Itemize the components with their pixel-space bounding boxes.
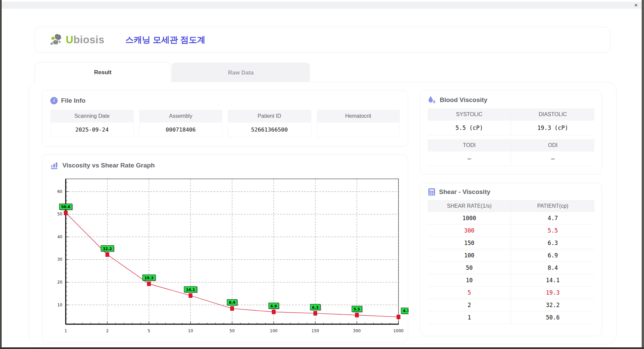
ubiosis-logo-icon: [50, 33, 64, 47]
window-close-button[interactable]: ×: [634, 2, 638, 9]
table-row: 1 50.6: [428, 311, 594, 324]
patient-cell: 6.9: [511, 249, 594, 262]
svg-text:40: 40: [57, 235, 62, 239]
todi-label: TODI: [428, 139, 511, 151]
shear-viscosity-table: SHEAR RATE(1/s) PATIENT(cp) 1000 4.7 300…: [420, 200, 602, 324]
svg-text:30: 30: [57, 257, 62, 262]
svg-text:50: 50: [57, 212, 62, 216]
shear-cell: 300: [428, 225, 511, 237]
svg-text:2: 2: [106, 329, 109, 333]
file-info-fields: Scanning Date 2025-09-24 Assembly 000718…: [42, 110, 408, 137]
patient-cell: 4.7: [511, 212, 594, 225]
table-row: 50 8.4: [428, 262, 594, 274]
col-shear-rate: SHEAR RATE(1/s): [428, 200, 511, 212]
table-row: 2 32.2: [428, 299, 594, 311]
shear-cell: 50: [428, 262, 511, 274]
systolic-value: 5.5 (cP): [428, 120, 511, 135]
blood-viscosity-title: Blood Viscosity: [440, 96, 487, 104]
shear-cell: 100: [428, 249, 511, 262]
patient-cell: 5.5: [511, 225, 594, 237]
logo: Ubiosis: [50, 33, 104, 47]
blood-viscosity-table: SYSTOLIC DIASTOLIC 5.5 (cP) 19.3 (cP) TO…: [420, 108, 602, 166]
window-titlebar: ×: [2, 2, 642, 9]
field-scanning-date: Scanning Date 2025-09-24: [50, 110, 134, 137]
patient-cell: 32.2: [511, 299, 594, 311]
app-title: 스캐닝 모세관 점도계: [125, 34, 205, 45]
shear-cell: 1000: [428, 212, 511, 225]
table-row: 5 19.3: [428, 287, 594, 299]
table-row: 300 5.5: [428, 225, 594, 237]
blood-drops-icon: [428, 96, 436, 104]
desktop-edge-right: [642, 0, 644, 349]
svg-text:10: 10: [57, 303, 62, 307]
application-window: × Ubiosis 스캐닝 모세관 점도계 Result Raw Data: [0, 0, 644, 349]
field-value: 000718406: [139, 122, 223, 137]
calculator-icon: [428, 188, 436, 196]
shear-viscosity-card: Shear - Viscosity SHEAR RATE(1/s) PATIEN…: [420, 183, 602, 336]
patient-cell: 14.1: [511, 274, 594, 287]
info-icon: i: [50, 97, 58, 104]
patient-cell: 50.6: [511, 311, 594, 324]
field-value: [317, 122, 400, 137]
svg-text:6.3: 6.3: [312, 305, 319, 310]
field-value: 2025-09-24: [50, 122, 134, 137]
patient-cell: 8.4: [511, 262, 594, 274]
file-info-card: i File Info Scanning Date 2025-09-24 Ass…: [42, 90, 408, 147]
svg-text:19.3: 19.3: [144, 276, 153, 280]
table-row: 150 6.3: [428, 237, 594, 249]
svg-text:100: 100: [270, 329, 278, 333]
odi-value: –: [511, 151, 594, 166]
field-value: 52661366500: [228, 122, 311, 137]
diastolic-value: 19.3 (cP): [511, 120, 594, 135]
tab-result[interactable]: Result: [35, 62, 171, 82]
table-row: 1000 4.7: [428, 212, 594, 225]
diastolic-label: DIASTOLIC: [511, 108, 594, 120]
tab-raw-data[interactable]: Raw Data: [172, 63, 310, 82]
svg-text:14.1: 14.1: [186, 288, 195, 292]
shear-cell: 10: [428, 274, 511, 287]
blood-viscosity-card: Blood Viscosity SYSTOLIC DIASTOLIC 5.5 (…: [420, 90, 602, 174]
file-info-title: File Info: [61, 97, 86, 104]
field-label: Scanning Date: [50, 110, 134, 122]
odi-label: ODI: [511, 139, 594, 151]
shear-viscosity-title: Shear - Viscosity: [439, 188, 490, 196]
svg-text:4.7: 4.7: [403, 309, 409, 313]
svg-text:1: 1: [64, 329, 67, 333]
shear-cell: 1: [428, 311, 511, 324]
shear-cell: 5: [428, 287, 511, 299]
svg-text:50: 50: [229, 329, 234, 333]
svg-text:60: 60: [57, 189, 62, 194]
desktop-edge-bottom: [0, 347, 644, 349]
viscosity-graph-card: Viscosity vs Shear Rate Graph 1020304050…: [42, 154, 408, 342]
svg-text:50.6: 50.6: [61, 205, 70, 209]
table-row: 100 6.9: [428, 249, 594, 262]
field-patient-id: Patient ID 52661366500: [228, 110, 311, 137]
col-patient: PATIENT(cp): [511, 200, 594, 212]
tab-raw-data-label: Raw Data: [228, 69, 254, 76]
svg-text:1000: 1000: [393, 329, 404, 333]
svg-text:5: 5: [148, 329, 150, 333]
table-row: 10 14.1: [428, 274, 594, 287]
svg-text:32.2: 32.2: [103, 247, 112, 251]
logo-text: Ubiosis: [66, 34, 104, 46]
svg-text:6.9: 6.9: [270, 304, 277, 308]
systolic-label: SYSTOLIC: [428, 108, 511, 120]
shear-cell: 2: [428, 299, 511, 311]
patient-cell: 6.3: [511, 237, 594, 249]
svg-text:20: 20: [57, 280, 62, 285]
graph-title: Viscosity vs Shear Rate Graph: [62, 162, 155, 169]
todi-value: –: [428, 151, 511, 166]
logo-letter-u: U: [66, 34, 73, 46]
svg-text:300: 300: [353, 329, 361, 333]
field-hematocrit: Hematocrit: [317, 110, 400, 137]
logo-rest: biosis: [73, 34, 105, 46]
header-card: Ubiosis 스캐닝 모세관 점도계: [35, 27, 610, 53]
field-assembly: Assembly 000718406: [139, 110, 223, 137]
field-label: Patient ID: [228, 110, 311, 122]
svg-text:8.4: 8.4: [229, 300, 235, 305]
svg-text:5.5: 5.5: [354, 307, 360, 311]
svg-text:10: 10: [188, 329, 193, 333]
svg-text:150: 150: [312, 329, 319, 333]
desktop-edge-left: [0, 0, 2, 349]
shear-cell: 150: [428, 237, 511, 249]
